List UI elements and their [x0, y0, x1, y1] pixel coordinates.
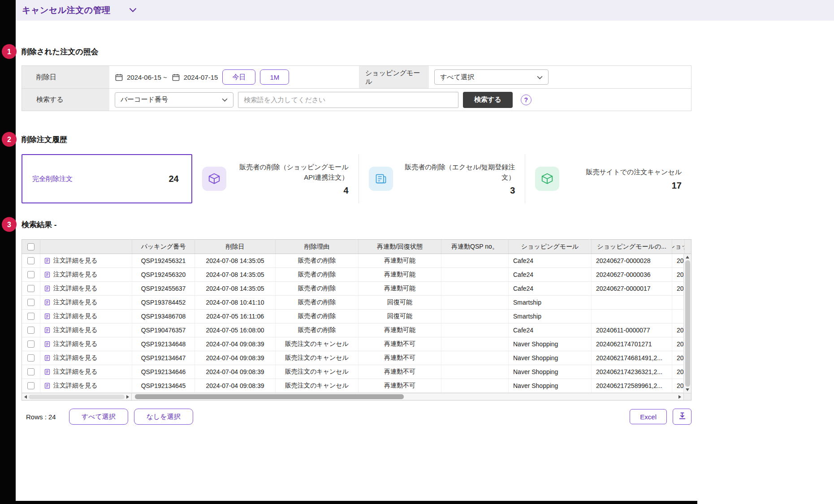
frozen-columns-scrollbar[interactable]	[22, 393, 132, 400]
row-checkbox[interactable]	[27, 271, 35, 278]
row-checkbox[interactable]	[27, 327, 35, 334]
row-checkbox[interactable]	[27, 382, 35, 389]
order-detail-link[interactable]: 注文詳細を見る	[44, 340, 98, 348]
order-detail-link[interactable]: 注文詳細を見る	[44, 368, 98, 376]
order-detail-cell: 注文詳細を見る	[40, 337, 132, 351]
order-detail-label: 注文詳細を見る	[53, 284, 98, 293]
select-all-button[interactable]: すべて選択	[69, 409, 128, 425]
row-checkbox[interactable]	[27, 257, 35, 264]
order-detail-link[interactable]: 注文詳細を見る	[44, 271, 98, 279]
document-icon	[44, 354, 51, 362]
row-checkbox[interactable]	[27, 299, 35, 306]
select-none-button[interactable]: なしを選択	[134, 409, 193, 425]
search-type-select[interactable]: バーコード番号	[115, 92, 233, 108]
card-site-cancelled[interactable]: 販売サイトでの注文キャンセル 17	[525, 154, 691, 203]
order-detail-link[interactable]: 注文詳細を見る	[44, 354, 98, 362]
card-fully-deleted[interactable]: 完全削除注文 24	[22, 154, 192, 203]
deleted-date-cell: 2024-07-08 14:35:05	[194, 254, 275, 267]
horizontal-scrollbar-thumb[interactable]	[135, 394, 404, 399]
date-from-field[interactable]: 2024-06-15 ~	[115, 73, 167, 82]
today-button[interactable]: 今日	[222, 69, 255, 85]
date-from-value[interactable]: 2024-06-15 ~	[127, 73, 167, 81]
deleted-date-cell: 2024-07-04 09:08:39	[194, 337, 275, 351]
mall-select[interactable]: すべて選択	[434, 69, 549, 85]
table-row: 注文詳細を見る QSP192134647 2024-07-04 09:08:39…	[22, 351, 683, 365]
download-button[interactable]	[673, 409, 691, 425]
mall-cell: Cafe24	[508, 323, 591, 337]
relink-status-header: 再連動/回復状態	[358, 240, 441, 254]
order-detail-cell: 注文詳細を見る	[40, 365, 132, 379]
order-detail-cell: 注文詳細を見る	[40, 296, 132, 309]
row-checkbox[interactable]	[27, 340, 35, 348]
scroll-down-arrow-icon[interactable]	[686, 388, 689, 391]
delete-reason-cell: 販売者の削除	[275, 296, 358, 309]
date-to-field[interactable]: 2024-07-15	[172, 73, 218, 82]
document-list-icon	[369, 167, 393, 191]
clipped-cell: 202	[672, 365, 684, 379]
main-horizontal-scrollbar[interactable]	[132, 393, 683, 400]
row-checkbox[interactable]	[27, 368, 35, 375]
vertical-scrollbar[interactable]	[683, 254, 691, 393]
section1-number-badge: 1	[2, 44, 17, 59]
scroll-right-arrow-icon[interactable]	[126, 395, 129, 399]
scroll-right-arrow-icon[interactable]	[678, 395, 681, 399]
calendar-icon[interactable]	[172, 73, 180, 82]
packing-number-cell: QSP192455637	[132, 282, 194, 295]
order-detail-label: 注文詳細を見る	[53, 298, 98, 306]
card-seller-deleted-excel[interactable]: 販売者の削除（エクセル/短期登録注文） 3	[359, 154, 525, 203]
package-box-icon	[535, 167, 559, 191]
order-detail-link[interactable]: 注文詳細を見る	[44, 326, 98, 334]
date-to-value[interactable]: 2024-07-15	[184, 73, 218, 81]
mall-cell: Cafe24	[508, 282, 591, 295]
mall-cell: Cafe24	[508, 268, 591, 281]
scroll-up-arrow-icon[interactable]	[686, 256, 689, 258]
relink-qsp-no-cell	[441, 268, 508, 281]
frozen-scrollbar-thumb[interactable]	[29, 395, 125, 399]
table-footer: Rows : 24 すべて選択 なしを選択 Excel	[22, 409, 691, 425]
order-detail-link[interactable]: 注文詳細を見る	[44, 284, 98, 293]
scrollbar-corner	[683, 393, 691, 400]
clipped-cell: 202	[672, 323, 684, 337]
search-cell: バーコード番号 検索する ?	[109, 89, 537, 111]
row-checkbox[interactable]	[27, 354, 35, 362]
deleted-date-cell: 2024-07-08 10:41:10	[194, 296, 275, 309]
vertical-scrollbar-thumb[interactable]	[685, 260, 690, 387]
search-input[interactable]	[238, 92, 458, 108]
search-label: 検索する	[22, 89, 109, 111]
relink-status-cell: 再連動不可	[358, 365, 441, 379]
section1-heading: 1 削除された注文の照会	[22, 44, 834, 59]
help-icon[interactable]: ?	[521, 95, 532, 105]
calendar-icon[interactable]	[115, 73, 123, 82]
order-detail-link[interactable]: 注文詳細を見る	[44, 382, 98, 390]
row-checkbox[interactable]	[27, 285, 35, 292]
excel-export-button[interactable]: Excel	[630, 409, 667, 424]
summary-cards: 完全削除注文 24 販売者の削除（ショッピングモールAPI連携注文） 4 販売者…	[22, 154, 691, 203]
relink-qsp-no-cell	[441, 282, 508, 295]
deleted-date-cell: 2024-07-04 09:08:39	[194, 351, 275, 365]
search-type-value: バーコード番号	[121, 95, 168, 104]
document-icon	[44, 271, 51, 278]
page-header: キャンセル注文の管理	[16, 0, 834, 21]
select-all-checkbox[interactable]	[27, 243, 35, 250]
packing-number-cell: QSP192456320	[132, 268, 194, 281]
page-title-chevron-icon[interactable]	[130, 8, 136, 13]
deleted-date-cell: 2024-07-05 16:08:00	[194, 323, 275, 337]
order-detail-link[interactable]: 注文詳細を見る	[44, 298, 98, 306]
deleted-date-cell: 2024-07-04 09:08:39	[194, 365, 275, 379]
order-detail-link[interactable]: 注文詳細を見る	[44, 257, 98, 265]
order-detail-label: 注文詳細を見る	[53, 382, 98, 390]
card-seller-deleted-api[interactable]: 販売者の削除（ショッピングモールAPI連携注文） 4	[192, 154, 359, 203]
relink-status-cell: 回復可能	[358, 296, 441, 309]
order-detail-link[interactable]: 注文詳細を見る	[44, 312, 98, 320]
delete-reason-cell: 販売者の削除	[275, 282, 358, 295]
search-button[interactable]: 検索する	[463, 92, 513, 108]
scroll-left-arrow-icon[interactable]	[24, 395, 27, 399]
filter-row-date: 削除日 2024-06-15 ~ 2024-07-15 今日 1M ショッピ	[22, 66, 691, 88]
one-month-button[interactable]: 1M	[260, 69, 289, 85]
row-checkbox[interactable]	[27, 313, 35, 320]
document-icon	[44, 327, 51, 334]
card-label: 販売サイトでの注文キャンセル	[586, 167, 682, 177]
card-label: 販売者の削除（エクセル/短期登録注文）	[401, 162, 515, 183]
section1-heading-label: 削除された注文の照会	[22, 47, 99, 57]
section2-number-badge: 2	[2, 132, 17, 147]
